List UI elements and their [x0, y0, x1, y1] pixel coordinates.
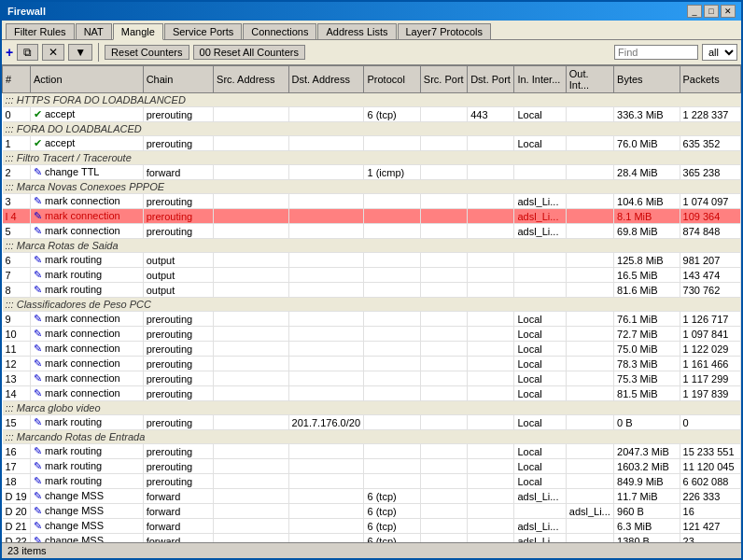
cell-packets: 730 762: [680, 283, 740, 298]
cell-src-addr: [214, 209, 288, 224]
action-label: mark routing: [45, 416, 102, 427]
table-row[interactable]: 12✎ mark connectionpreroutingLocal78.3 M…: [3, 357, 741, 371]
cell-bytes: 75.3 MiB: [614, 371, 680, 386]
table-row[interactable]: 18✎ mark routingpreroutingLocal849.9 MiB…: [3, 474, 741, 489]
section-label: ::: Marcando Rotas de Entrada: [3, 430, 741, 444]
tab-connections[interactable]: Connections: [243, 23, 316, 39]
tab-filter-rules[interactable]: Filter Rules: [6, 23, 75, 39]
table-row[interactable]: D 22✎ change MSSforward6 (tcp)adsl_Li...…: [3, 534, 741, 543]
cell-packets: 1 122 029: [680, 342, 740, 357]
table-row[interactable]: 14✎ mark connectionpreroutingLocal81.5 M…: [3, 386, 741, 401]
cell-out-iface: [566, 474, 613, 489]
cell-out-iface: [566, 534, 613, 543]
reset-all-counters-button[interactable]: 00 Reset All Counters: [193, 45, 305, 60]
table-row[interactable]: ::: Marca Novas Conexoes PPPOE: [3, 180, 741, 194]
table-row[interactable]: 6✎ mark routingoutput125.8 MiB981 207: [3, 253, 741, 268]
cell-dst-port: [468, 224, 514, 239]
cell-dst-port: [468, 459, 514, 474]
cell-out-iface: [566, 371, 613, 386]
add-icon[interactable]: +: [6, 45, 13, 60]
table-row[interactable]: 5✎ mark connectionpreroutingadsl_Li...69…: [3, 224, 741, 239]
table-row[interactable]: 7✎ mark routingoutput16.5 MiB143 474: [3, 268, 741, 283]
table-row[interactable]: 15✎ mark routingprerouting201.7.176.0/20…: [3, 415, 741, 430]
cell-num: I 4: [3, 209, 31, 224]
cell-chain: output: [143, 268, 213, 283]
table-row[interactable]: 8✎ mark routingoutput81.6 MiB730 762: [3, 283, 741, 298]
cell-action: ✎ mark routing: [30, 474, 143, 489]
table-row[interactable]: 16✎ mark routingpreroutingLocal2047.3 Mi…: [3, 444, 741, 459]
cell-dst-port: [468, 371, 514, 386]
cell-src-port: [420, 327, 467, 342]
action-label: mark connection: [45, 210, 120, 221]
table-row[interactable]: D 19✎ change MSSforward6 (tcp)adsl_Li...…: [3, 489, 741, 504]
delete-button[interactable]: ✕: [42, 44, 64, 61]
table-row[interactable]: 10✎ mark connectionpreroutingLocal72.7 M…: [3, 327, 741, 342]
cell-src-addr: [214, 268, 288, 283]
section-label: ::: Classificadores de Peso PCC: [3, 298, 741, 312]
cell-packets: 874 848: [680, 224, 740, 239]
table-row[interactable]: I 4✎ mark connectionpreroutingadsl_Li...…: [3, 209, 741, 224]
cell-src-port: [420, 107, 467, 122]
table-row[interactable]: 0✔ acceptprerouting6 (tcp)443Local336.3 …: [3, 107, 741, 122]
table-row[interactable]: D 20✎ change MSSforward6 (tcp)adsl_Li...…: [3, 504, 741, 519]
cell-src-addr: [214, 312, 288, 327]
cell-num: 17: [3, 459, 31, 474]
reset-counters-button[interactable]: Reset Counters: [105, 45, 189, 60]
cell-action: ✎ mark connection: [30, 224, 143, 239]
section-label: ::: Marca Novas Conexoes PPPOE: [3, 180, 741, 194]
table-row[interactable]: 11✎ mark connectionpreroutingLocal75.0 M…: [3, 342, 741, 357]
action-label: mark connection: [45, 328, 120, 339]
action-label: mark connection: [45, 357, 120, 369]
cell-out-iface: [566, 327, 613, 342]
cell-action: ✎ change MSS: [30, 534, 143, 543]
cell-bytes: 76.0 MiB: [614, 136, 680, 151]
table-row[interactable]: ::: Filtro Tracert / Traceroute: [3, 151, 741, 165]
table-row[interactable]: ::: FORA DO LOADBALACED: [3, 122, 741, 136]
maximize-button[interactable]: □: [704, 5, 719, 18]
cell-dst-port: [468, 474, 514, 489]
check-icon: ✔: [34, 108, 45, 119]
cell-in-iface: Local: [514, 459, 566, 474]
close-button[interactable]: ✕: [721, 5, 736, 18]
table-row[interactable]: ::: Marcando Rotas de Entrada: [3, 430, 741, 444]
minimize-button[interactable]: _: [687, 5, 702, 18]
table-row[interactable]: 17✎ mark routingpreroutingLocal1603.2 Mi…: [3, 459, 741, 474]
table-row[interactable]: D 21✎ change MSSforward6 (tcp)adsl_Li...…: [3, 519, 741, 534]
cell-protocol: [364, 312, 420, 327]
cell-bytes: 0 B: [614, 415, 680, 430]
tab-service-ports[interactable]: Service Ports: [164, 23, 242, 39]
cell-num: D 19: [3, 489, 31, 504]
table-row[interactable]: ::: HTTPS FORA DO LOADBALANCED: [3, 93, 741, 107]
cell-num: 12: [3, 357, 31, 371]
copy-button[interactable]: ⧉: [17, 44, 38, 61]
cell-num: 16: [3, 444, 31, 459]
search-filter-select[interactable]: all: [702, 44, 737, 61]
tab-nat[interactable]: NAT: [76, 23, 112, 39]
cell-src-addr: [214, 489, 288, 504]
tab-address-lists[interactable]: Address Lists: [317, 23, 396, 39]
tab-layer7[interactable]: Layer7 Protocols: [398, 23, 492, 39]
table-row[interactable]: 3✎ mark connectionpreroutingadsl_Li...10…: [3, 194, 741, 209]
action-label: mark routing: [45, 284, 102, 295]
filter-button[interactable]: ▼: [68, 44, 92, 61]
table-row[interactable]: ::: Marca globo video: [3, 401, 741, 415]
table-row[interactable]: ::: Marca Rotas de Saida: [3, 239, 741, 253]
search-input[interactable]: [614, 45, 698, 60]
cell-bytes: 960 B: [614, 504, 680, 519]
table-row[interactable]: 9✎ mark connectionpreroutingLocal76.1 Mi…: [3, 312, 741, 327]
table-row[interactable]: ::: Classificadores de Peso PCC: [3, 298, 741, 312]
table-row[interactable]: 13✎ mark connectionpreroutingLocal75.3 M…: [3, 371, 741, 386]
cell-dst-port: [468, 386, 514, 401]
cell-protocol: 6 (tcp): [364, 489, 420, 504]
cell-dst-port: [468, 415, 514, 430]
table-row[interactable]: 1✔ acceptpreroutingLocal76.0 MiB635 352: [3, 136, 741, 151]
cell-chain: prerouting: [143, 444, 213, 459]
rules-table-container: # Action Chain Src. Address Dst. Address…: [2, 65, 741, 542]
tab-mangle[interactable]: Mangle: [113, 23, 163, 40]
action-label: accept: [45, 108, 75, 119]
cell-in-iface: Local: [514, 474, 566, 489]
cell-packets: 143 474: [680, 268, 740, 283]
table-row[interactable]: 2✎ change TTLforward1 (icmp)28.4 MiB365 …: [3, 165, 741, 180]
cell-out-iface: [566, 459, 613, 474]
cell-dst-addr: [288, 489, 364, 504]
